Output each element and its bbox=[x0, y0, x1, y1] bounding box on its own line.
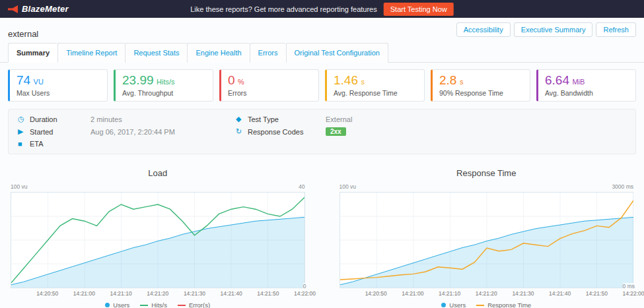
load-chart-x-ticks: 14:20:5014:21:0014:21:1014:21:2014:21:30… bbox=[11, 290, 305, 299]
x-tick-label: 14:21:50 bbox=[257, 290, 279, 297]
clock-icon: ◷ bbox=[18, 115, 30, 123]
charts-section: Load 100 vu 40 0 14:20:5014:21:0014:21:1… bbox=[0, 158, 644, 308]
started-label: Started bbox=[30, 128, 90, 136]
executive-summary-button[interactable]: Executive Summary bbox=[514, 22, 593, 37]
left-axis-max-label: 100 vu bbox=[340, 183, 357, 190]
kpi-value: 6.64 bbox=[545, 73, 569, 87]
duration-label: Duration bbox=[30, 115, 90, 123]
response-time-marker-icon bbox=[476, 305, 484, 306]
x-tick-label: 14:21:30 bbox=[184, 290, 205, 297]
response-time-chart-plot bbox=[340, 192, 634, 288]
legend-label: Users bbox=[449, 301, 466, 308]
tag-icon: ◆ bbox=[236, 115, 248, 123]
x-tick-label: 14:21:20 bbox=[147, 290, 168, 297]
tab-summary[interactable]: Summary bbox=[8, 43, 57, 63]
x-tick-label: 14:21:40 bbox=[221, 290, 242, 297]
users-marker-icon bbox=[105, 303, 110, 307]
kpi-unit: Hits/s bbox=[157, 78, 175, 86]
page-title: external bbox=[8, 22, 38, 39]
right-axis-max-label: 40 bbox=[299, 183, 304, 190]
kpi-row: 74 VU Max Users 23.99 Hits/s Avg. Throug… bbox=[0, 63, 644, 106]
response-time-chart: Response Time 100 vu 3000 ms 0 ms 14:20:… bbox=[340, 162, 634, 308]
eta-row: ■ ETA bbox=[18, 140, 236, 148]
x-tick-label: 14:22:00 bbox=[294, 290, 316, 297]
start-testing-button[interactable]: Start Testing Now bbox=[384, 3, 454, 16]
tab-request-stats[interactable]: Request Stats bbox=[125, 43, 187, 63]
hits-marker-icon bbox=[140, 305, 148, 306]
kpi-avg-response-time: 1.46 s Avg. Response Time bbox=[325, 69, 425, 102]
kpi-unit: % bbox=[238, 78, 244, 86]
test-type-value: External bbox=[326, 115, 352, 123]
errors-marker-icon bbox=[178, 305, 186, 306]
tab-errors[interactable]: Errors bbox=[250, 43, 286, 63]
kpi-avg-throughput: 23.99 Hits/s Avg. Throughput bbox=[114, 69, 213, 102]
started-value: Aug 06, 2017, 2:20:44 PM bbox=[90, 128, 175, 136]
play-icon: ▶ bbox=[18, 127, 30, 136]
stop-icon: ■ bbox=[18, 140, 30, 148]
legend-users[interactable]: Users bbox=[441, 301, 466, 308]
response-codes-icon: ↻ bbox=[236, 127, 248, 136]
blazemeter-logo[interactable]: BlazeMeter bbox=[8, 4, 69, 14]
kpi-label: Avg. Throughput bbox=[122, 89, 206, 97]
tab-original-test-configuration[interactable]: Original Test Configuration bbox=[286, 43, 388, 63]
kpi-label: Avg. Bandwidth bbox=[545, 89, 629, 97]
tab-timeline-report[interactable]: Timeline Report bbox=[57, 43, 125, 63]
brand-name: BlazeMeter bbox=[22, 4, 69, 14]
x-tick-label: 14:20:50 bbox=[365, 290, 387, 297]
legend-label: Users bbox=[113, 301, 129, 308]
kpi-90-response-time: 2.8 s 90% Response Time bbox=[431, 69, 530, 102]
kpi-max-users: 74 VU Max Users bbox=[8, 69, 108, 102]
load-chart-plot bbox=[11, 192, 305, 288]
legend-errors[interactable]: Error(s) bbox=[178, 301, 210, 308]
duration-row: ◷ Duration 2 minutes bbox=[18, 115, 236, 123]
kpi-value: 2.8 bbox=[439, 73, 456, 87]
load-chart-title: Load bbox=[11, 168, 305, 178]
kpi-value: 0 bbox=[228, 73, 235, 87]
x-tick-label: 14:22:00 bbox=[622, 290, 644, 297]
response-code-badge[interactable]: 2xx bbox=[326, 127, 346, 136]
x-tick-label: 14:21:00 bbox=[73, 290, 95, 297]
x-tick-label: 14:21:30 bbox=[512, 290, 534, 297]
kpi-label: Avg. Response Time bbox=[334, 89, 417, 97]
eta-label: ETA bbox=[30, 140, 90, 148]
accessibility-button[interactable]: Accessibility bbox=[456, 22, 511, 37]
kpi-label: 90% Response Time bbox=[439, 89, 523, 97]
kpi-unit: s bbox=[361, 78, 365, 86]
load-chart-legend: Users Hits/s Error(s) bbox=[11, 301, 305, 308]
right-axis-max-label: 3000 ms bbox=[612, 183, 633, 190]
legend-users[interactable]: Users bbox=[105, 301, 129, 308]
kpi-label: Max Users bbox=[17, 89, 100, 97]
load-chart: Load 100 vu 40 0 14:20:5014:21:0014:21:1… bbox=[11, 162, 305, 308]
left-axis-max-label: 100 vu bbox=[11, 183, 28, 190]
tab-bar: Summary Timeline Report Request Stats En… bbox=[0, 43, 644, 63]
x-tick-label: 14:21:10 bbox=[439, 290, 460, 297]
duration-value: 2 minutes bbox=[90, 115, 122, 123]
response-time-chart-title: Response Time bbox=[340, 168, 634, 178]
refresh-button[interactable]: Refresh bbox=[596, 22, 636, 37]
x-tick-label: 14:20:50 bbox=[36, 290, 58, 297]
blazemeter-logo-icon bbox=[8, 5, 18, 14]
x-tick-label: 14:21:10 bbox=[110, 290, 132, 297]
legend-response-time[interactable]: Response Time bbox=[476, 301, 531, 308]
legend-label: Response Time bbox=[487, 301, 531, 308]
kpi-unit: s bbox=[460, 78, 464, 86]
response-time-chart-x-ticks: 14:20:5014:21:0014:21:1014:21:2014:21:30… bbox=[340, 290, 634, 299]
x-tick-label: 14:21:00 bbox=[402, 290, 423, 297]
tab-engine-health[interactable]: Engine Health bbox=[187, 43, 249, 63]
right-axis-min-label: 0 ms bbox=[623, 283, 635, 290]
topbar: BlazeMeter Like these reports? Get more … bbox=[0, 0, 644, 18]
legend-label: Hits/s bbox=[151, 301, 167, 308]
page-header: external Accessibility Executive Summary… bbox=[0, 18, 644, 43]
test-type-row: ◆ Test Type External bbox=[236, 115, 352, 123]
response-time-chart-legend: Users Response Time bbox=[340, 301, 634, 308]
legend-hits[interactable]: Hits/s bbox=[140, 301, 167, 308]
x-tick-label: 14:21:50 bbox=[586, 290, 608, 297]
test-info-panel: ◷ Duration 2 minutes ▶ Started Aug 06, 2… bbox=[8, 109, 636, 154]
promo-text: Like these reports? Get more advanced re… bbox=[190, 5, 377, 13]
promo-banner: Like these reports? Get more advanced re… bbox=[190, 3, 454, 16]
response-codes-label: Response Codes bbox=[248, 128, 326, 136]
kpi-unit: MiB bbox=[572, 78, 585, 86]
test-type-label: Test Type bbox=[248, 115, 326, 123]
kpi-label: Errors bbox=[228, 89, 312, 97]
kpi-value: 1.46 bbox=[334, 73, 358, 87]
